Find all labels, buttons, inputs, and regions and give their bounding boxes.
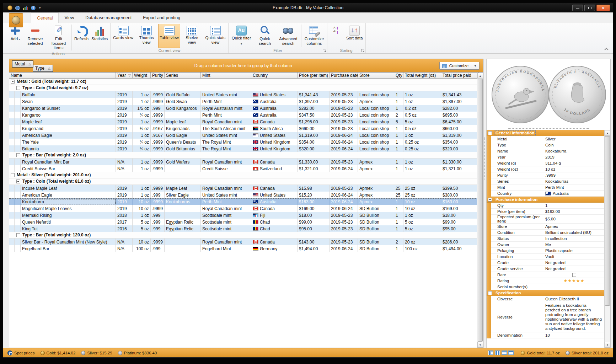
- table-row[interactable]: American Eagle20191 oz.9167Gold EagleUni…: [9, 132, 477, 139]
- table-row[interactable]: Swan20191 oz.9999Gold SwanPerth MintAust…: [9, 98, 477, 105]
- table-row[interactable]: Queen Nefertiti20175 oz.999Egyptian Reli…: [9, 219, 477, 225]
- shelve-view-button[interactable]: Shelve view: [180, 24, 204, 48]
- column-header-store[interactable]: Store: [358, 73, 394, 78]
- table-row[interactable]: Buffalo20191 oz.9999Gold BuffaloUnited S…: [9, 91, 477, 98]
- collapse-icon[interactable]: [488, 291, 492, 295]
- scroll-up-icon[interactable]: ▲: [605, 130, 610, 136]
- table-row[interactable]: Mermaid Rising20181 oz.999Scottsdale min…: [9, 212, 477, 219]
- collapse-ribbon-icon[interactable]: [604, 48, 608, 52]
- rare-checkbox[interactable]: [572, 273, 576, 277]
- status-view-4-icon[interactable]: [508, 350, 514, 355]
- group-row[interactable]: Type : Bar (Total weight: 2.0 oz): [9, 152, 477, 159]
- tab-view[interactable]: View: [59, 12, 80, 23]
- edit-focused-item-button[interactable]: Edit focused item ▾: [47, 24, 70, 51]
- maximize-button[interactable]: [584, 5, 595, 11]
- dialog-launcher-icon[interactable]: [323, 49, 326, 52]
- table-row[interactable]: The Yale2019¼ oz.9999Queen's BeastsThe R…: [9, 139, 477, 145]
- group-row[interactable]: Metal : Silver (Total weight: 201.0 oz): [9, 172, 477, 178]
- quick-stats-view-button[interactable]: Quick stats view: [204, 24, 227, 48]
- column-header-name[interactable]: Name: [9, 73, 116, 78]
- customize-button[interactable]: Customize ▼: [439, 62, 480, 70]
- table-row[interactable]: Kookaburra201910 oz.9999KookaburrasPerth…: [9, 198, 477, 205]
- quick-filter-button[interactable]: Quick filter ▾: [230, 24, 253, 48]
- dialog-launcher-icon[interactable]: [361, 49, 364, 52]
- tab-general[interactable]: General: [31, 12, 59, 23]
- column-header-price-per-item[interactable]: Price (per item): [298, 73, 330, 78]
- group-row[interactable]: Type : Coin (Total weight: 9.7 oz): [9, 85, 477, 91]
- table-scrollbar[interactable]: ▲ ▼: [477, 73, 483, 348]
- table-row[interactable]: Incuse Maple Leaf20191 oz.9999Maple Leaf…: [9, 185, 477, 192]
- refresh-button[interactable]: Refresh: [73, 24, 90, 51]
- group-chip-metal[interactable]: Metal△: [12, 60, 33, 68]
- table-row[interactable]: Silver Bar - Royal Canadian Mint (New St…: [9, 239, 477, 245]
- status-view-1-icon[interactable]: [488, 350, 493, 355]
- collapse-icon[interactable]: [488, 131, 492, 135]
- group-row[interactable]: Type : Bar (Total weight: 120.0 oz): [9, 232, 477, 239]
- info-icon[interactable]: [31, 6, 36, 10]
- status-view-2-icon[interactable]: [495, 350, 500, 355]
- remove-selected-button[interactable]: Remove selected: [23, 24, 47, 51]
- table-row[interactable]: Kangaroo2019¼ oz.9999Perth MintAustralia…: [9, 112, 477, 118]
- statistics-chart-icon[interactable]: [23, 6, 28, 10]
- collapse-icon[interactable]: [11, 80, 15, 84]
- detail-section-header[interactable]: Purchase information: [487, 197, 604, 203]
- thumbs-view-button[interactable]: Thumbs view: [135, 24, 158, 48]
- cards-view-button[interactable]: Cards view: [112, 24, 135, 48]
- table-row[interactable]: Maple leaf20191 oz.9999Maple leafRoyal C…: [9, 118, 477, 125]
- table-view-button[interactable]: Table view: [158, 24, 180, 48]
- table-row[interactable]: King Tut20165 oz.999Egyptian RelicScotts…: [9, 225, 477, 232]
- collapse-icon[interactable]: [488, 198, 492, 202]
- column-header-qty[interactable]: Qty: [394, 73, 403, 78]
- column-header-purity[interactable]: Purity: [151, 73, 165, 78]
- add-button[interactable]: Add ▾: [7, 24, 23, 51]
- group-row[interactable]: Type : Coin (Total weight: 81.0 oz): [9, 178, 477, 185]
- group-row[interactable]: Metal : Gold (Total weight: 11.7 oz): [9, 79, 477, 85]
- collapse-icon[interactable]: [16, 180, 20, 183]
- statistics-button[interactable]: Statistics: [90, 24, 109, 51]
- table-row[interactable]: Krugerrand2019½ oz.9167KrugerrandsThe So…: [9, 125, 477, 132]
- collapse-icon[interactable]: [16, 86, 20, 90]
- quick-search-button[interactable]: Quick search: [253, 24, 277, 48]
- tab-database-management[interactable]: Database management: [80, 12, 137, 23]
- detail-section-header[interactable]: Specification: [487, 290, 604, 296]
- column-header-country[interactable]: Country: [251, 73, 298, 78]
- table-row[interactable]: Engelhard BarN/A100 oz.999Engelhard Mint…: [9, 245, 477, 252]
- rating-stars[interactable]: ★★★★★: [564, 278, 585, 283]
- minimize-button[interactable]: [572, 5, 583, 11]
- close-button[interactable]: ×: [596, 5, 610, 11]
- table-row[interactable]: Magnificent Maple Leaves201910 oz.9999Ro…: [9, 205, 477, 212]
- group-chip-type[interactable]: Type△: [33, 65, 53, 72]
- collapse-icon[interactable]: [16, 233, 20, 237]
- panel-splitter[interactable]: [483, 59, 486, 348]
- status-view-3-icon[interactable]: [502, 350, 507, 355]
- column-header-year[interactable]: Year▽: [116, 73, 133, 78]
- table-row[interactable]: Royal Canadian Mint BarN/A1 oz.9999Gold …: [9, 159, 477, 165]
- sort-data-button[interactable]: Sort data: [345, 24, 364, 48]
- detail-splitter[interactable]: [487, 127, 610, 130]
- table-row[interactable]: Britannia2019¼ oz.9999Gold BritanniasThe…: [9, 145, 477, 152]
- column-header-total-price-paid[interactable]: Total price paid: [441, 73, 479, 78]
- app-menu-button[interactable]: [9, 13, 23, 27]
- detail-section-header[interactable]: General information: [487, 130, 604, 136]
- group-by-bar[interactable]: Drag a column header here to group by th…: [9, 59, 483, 73]
- customize-columns-button[interactable]: Customize columns: [302, 24, 326, 48]
- app-coin-icon[interactable]: [7, 5, 12, 10]
- table-row[interactable]: American Eagle20191 oz.999Silver EagleUn…: [9, 192, 477, 198]
- table-row[interactable]: Credit Suisse BarN/A1 oz.9999Credit Suis…: [9, 165, 477, 172]
- scroll-thumb[interactable]: [605, 136, 610, 306]
- advanced-search-button[interactable]: Advanced search: [277, 24, 300, 48]
- column-header-purchase-date[interactable]: Purchase date: [330, 73, 358, 78]
- collapse-icon[interactable]: [11, 173, 15, 177]
- detail-scrollbar[interactable]: ▲ ▼: [604, 130, 610, 348]
- table-row[interactable]: Kangaroo at Sunset20191/5 oz.999Gold Kan…: [9, 105, 477, 112]
- scroll-up-icon[interactable]: ▲: [477, 73, 483, 79]
- collapse-icon[interactable]: [16, 153, 20, 157]
- column-header-total-weight-oz[interactable]: Total weight (oz): [403, 73, 441, 78]
- column-header-mint[interactable]: Mint: [201, 73, 251, 78]
- column-header-weight[interactable]: Weight: [133, 73, 151, 78]
- tab-export-and-printing[interactable]: Export and printing: [137, 12, 186, 23]
- qat-more-icon[interactable]: ▾: [39, 6, 41, 10]
- scroll-down-icon[interactable]: ▼: [605, 342, 610, 348]
- settings-gear-icon[interactable]: [15, 6, 20, 10]
- scroll-thumb[interactable]: [478, 79, 483, 342]
